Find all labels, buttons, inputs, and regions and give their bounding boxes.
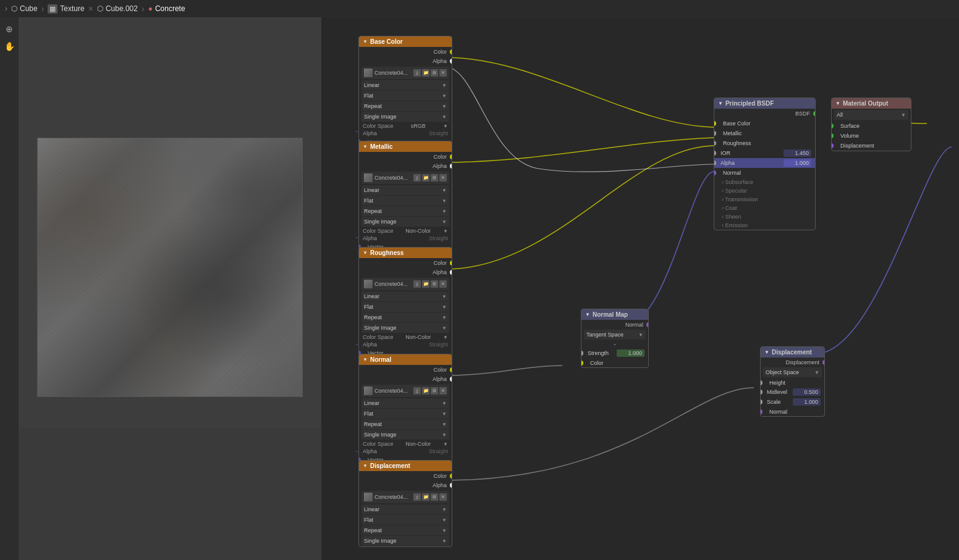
breadcrumb-cube002[interactable]: ⬡ Cube.002 [97,4,138,13]
displacement-node[interactable]: ▼ Displacement Displacement Object Space… [760,346,825,417]
disp-title: Displacement [370,462,410,469]
strength-label: Strength [588,350,609,356]
metallic-img-label: Concrete04... [374,175,412,181]
breadcrumb-cube[interactable]: ⬡ Cube [11,4,38,13]
metallic-linear-row[interactable]: Linear ▼ [361,185,449,195]
m-flat: Flat [364,198,373,204]
normalmap-color-label: Color [590,360,604,366]
separator-2: × [88,4,93,14]
breadcrumb-concrete[interactable]: ● Concrete [148,4,185,13]
m-btn-2[interactable]: 2 [413,174,421,182]
metallic-img-btns: 2 📁 ⊞ ✕ [413,174,447,182]
normalmap-title: Normal Map [593,311,628,318]
m-btn-s[interactable]: ⊞ [431,174,438,182]
scale-label: Scale [767,399,781,405]
principled-bsdf-node[interactable]: ▼ Principled BSDF BSDF Base Color Metall… [714,98,816,230]
img-btn-2[interactable]: 2 [413,69,421,77]
roughness-cs[interactable]: Color Space Non-Color ▼ [359,333,452,341]
separator-3: › [142,4,145,14]
displacement-tex-header: ▼ Displacement [359,461,452,471]
metallic-repeat-row[interactable]: Repeat ▼ [361,206,449,216]
normal-map-node[interactable]: ▼ Normal Map Normal Tangent Space ▼ • St… [581,309,649,368]
collapse-icon-m[interactable]: ▼ [363,144,368,149]
roughness-single[interactable]: Single Image ▼ [361,323,449,333]
dropdown-icon: ▼ [442,83,447,88]
base-repeat-row[interactable]: Repeat ▼ [361,101,449,111]
hand-tool-btn[interactable]: ✋ [2,40,16,53]
roughness-alpha-lbl: Alpha Straight [359,341,452,348]
base-alpha-output-socket [450,59,452,64]
top-bar: › ⬡ Cube › ▦ Texture × ⬡ Cube.002 › ● Co… [0,0,959,17]
roughness-image-row[interactable]: Concrete04... 2 📁 ⊞ ✕ [361,278,449,290]
collapse-icon-r[interactable]: ▼ [363,250,368,256]
metallic-alpha-label-row: Alpha Straight [359,235,452,242]
concrete-label: Concrete [155,4,185,13]
base-color-header: ▼ Base Color [359,36,452,47]
metallic-color-socket [450,154,452,159]
metallic-colorspace-row[interactable]: Color Space Non-Color ▼ [359,227,452,235]
alpha-value[interactable]: 1.000 [784,159,811,167]
metallic-single-row[interactable]: Single Image ▼ [361,217,449,227]
base-linear-row[interactable]: Linear ▼ [361,80,449,90]
breadcrumb-texture[interactable]: ▦ Texture [48,4,84,14]
base-linear-label: Linear [364,82,379,88]
cube-icon: ⬡ [11,4,17,13]
collapse-icon[interactable]: ▼ [363,39,368,44]
m-linear: Linear [364,187,379,193]
base-color-node[interactable]: ▼ Base Color Color Alpha Concrete04... 2… [358,36,452,147]
normal-header: ▼ Normal [359,354,452,365]
midlevel-value[interactable]: 0.500 [793,388,821,396]
roughness-linear[interactable]: Linear ▼ [361,291,449,301]
roughness-node[interactable]: ▼ Roughness Color Alpha Concrete04... 2 … [358,247,452,358]
scale-value[interactable]: 1.000 [793,398,821,406]
texture-icon: ▦ [48,4,57,14]
roughness-alpha-socket [450,270,452,275]
texture-preview [37,138,303,397]
normal-node[interactable]: ▼ Normal Color Alpha Concrete04... 2 📁 ⊞… [358,354,452,465]
displacement-tex-node[interactable]: ▼ Displacement Color Alpha Concrete04...… [358,460,452,547]
base-flat-label: Flat [364,93,373,99]
matout-title: Material Output [843,100,888,107]
base-flat-row[interactable]: Flat ▼ [361,91,449,101]
matout-header: ▼ Material Output [832,98,911,109]
metallic-alpha-out: Alpha [433,163,447,169]
cube002-icon: ⬡ [97,4,103,13]
hand-icon: ✋ [4,41,15,51]
roughness-flat[interactable]: Flat ▼ [361,302,449,312]
dropdown-icon-4: ▼ [442,114,447,120]
midlevel-label: Midlevel [767,389,787,395]
dropdown-icon-2: ▼ [442,93,447,99]
m-btn-f[interactable]: 📁 [422,174,429,182]
metallic-image-row[interactable]: Concrete04... 2 📁 ⊞ ✕ [361,172,449,184]
base-color-output-label: Color [433,49,447,55]
base-alpha-row: Alpha Straight [359,130,452,137]
base-alpha-value: Straight [429,130,448,136]
img-btn-screen[interactable]: ⊞ [431,69,438,77]
cursor-tool-btn[interactable]: ⊕ [2,22,16,36]
img-btn-close[interactable]: ✕ [439,69,447,77]
metallic-color-out: Color [433,154,447,160]
base-singleimage-label: Single Image [364,114,397,120]
normal-title: Normal [370,356,391,363]
cube002-label: Cube.002 [106,4,138,13]
ior-value[interactable]: 1.450 [784,149,811,157]
strength-value[interactable]: 1.000 [617,349,644,357]
metallic-node[interactable]: ▼ Metallic Color Alpha Concrete04... 2 📁… [358,141,452,252]
disp-normal-label: Normal [769,409,787,415]
roughness-header: ▼ Roughness [359,248,452,258]
normalmap-header: ▼ Normal Map [581,309,648,320]
roughness-color-out: Color [433,260,447,266]
metallic-flat-row[interactable]: Flat ▼ [361,196,449,206]
base-colorspace-value: sRGB [411,123,426,129]
roughness-alpha-out: Alpha [433,269,447,275]
m-cs-label: Color Space [363,228,394,234]
left-sidebar: ⊕ ✋ [0,17,19,560]
material-output-node[interactable]: ▼ Material Output All ▼ Surface Volume D… [831,98,911,151]
roughness-repeat[interactable]: Repeat ▼ [361,312,449,322]
base-image-row[interactable]: Concrete04... 2 📁 ⊞ ✕ [361,67,449,79]
m-btn-x[interactable]: ✕ [439,174,447,182]
base-singleimage-row[interactable]: Single Image ▼ [361,112,449,122]
node-editor[interactable]: ▼ Base Color Color Alpha Concrete04... 2… [321,17,959,560]
img-btn-folder[interactable]: 📁 [422,69,429,77]
base-colorspace-row[interactable]: Color Space sRGB ▼ [359,122,452,130]
